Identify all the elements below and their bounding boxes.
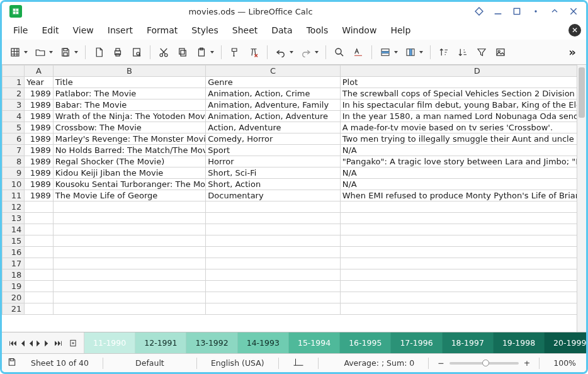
cell[interactable]: Comedy, Horror [206, 133, 340, 145]
cell[interactable]: Short, Sci-Fi [206, 167, 340, 179]
sheet-tab[interactable]: 14-1993 [238, 332, 289, 353]
sheet-tab[interactable]: 16-1995 [340, 332, 391, 353]
print-button[interactable] [110, 43, 126, 61]
cell[interactable]: 1989 [25, 190, 54, 201]
menu-insert[interactable]: Insert [101, 23, 139, 38]
cell[interactable]: 1989 [25, 133, 54, 145]
cell[interactable]: When EMI refused to produce Monty Python… [340, 190, 577, 201]
cell[interactable]: 1989 [25, 122, 54, 133]
row-button[interactable] [377, 43, 400, 61]
row-header[interactable]: 14 [3, 224, 25, 235]
cell[interactable] [25, 213, 54, 224]
sheet-tab[interactable]: 19-1998 [494, 332, 545, 353]
row-header[interactable]: 18 [3, 269, 25, 281]
cell[interactable] [25, 235, 54, 247]
scrollbar-thumb[interactable] [579, 67, 585, 118]
sort-desc-button[interactable] [455, 43, 471, 61]
status-language[interactable]: English (USA) [206, 358, 269, 368]
row-header[interactable]: 20 [3, 292, 25, 303]
row-header[interactable]: 5 [3, 122, 25, 133]
cell[interactable]: N/A [340, 167, 577, 179]
cell[interactable]: Kidou Keiji Jiban the Movie [53, 167, 205, 179]
image-button[interactable] [492, 43, 509, 61]
tab-next-icon[interactable]: ⏵⏵ [37, 338, 48, 348]
column-header[interactable]: A [25, 65, 54, 77]
cell[interactable] [206, 303, 340, 315]
cell[interactable]: Wrath of the Ninja: The Yotoden Movie [53, 111, 205, 122]
sheet-tab[interactable]: 11-1990 [84, 332, 135, 353]
tab-prev-icon[interactable]: ⏴⏴ [22, 338, 33, 348]
menu-data[interactable]: Data [265, 23, 298, 38]
clear-formatting-button[interactable] [246, 43, 262, 61]
cell[interactable] [53, 201, 205, 213]
undo-button[interactable] [273, 43, 295, 61]
cell[interactable]: 1989 [25, 156, 54, 167]
cell[interactable] [340, 247, 577, 258]
cell[interactable] [25, 224, 54, 235]
paste-button[interactable] [193, 43, 216, 61]
column-header[interactable]: D [340, 65, 577, 77]
cell[interactable]: Marley's Revenge: The Monster Movie [53, 133, 205, 145]
cell[interactable]: Year [25, 77, 54, 88]
cell[interactable] [340, 269, 577, 281]
cell[interactable]: Babar: The Movie [53, 99, 205, 111]
cell[interactable] [340, 303, 577, 315]
row-header[interactable]: 13 [3, 213, 25, 224]
cell[interactable]: N/A [340, 179, 577, 190]
tab-last-icon[interactable]: ⏭ [52, 338, 64, 348]
cell[interactable] [340, 201, 577, 213]
menu-sheet[interactable]: Sheet [226, 23, 264, 38]
row-header[interactable]: 17 [3, 258, 25, 269]
row-header[interactable]: 11 [3, 190, 25, 201]
save-indicator-icon[interactable] [7, 357, 17, 369]
menu-styles[interactable]: Styles [185, 23, 224, 38]
cell[interactable]: Crossbow: The Movie [53, 122, 205, 133]
sort-asc-button[interactable] [436, 43, 452, 61]
redo-button[interactable] [298, 43, 320, 61]
cell[interactable] [53, 235, 205, 247]
row-header[interactable]: 16 [3, 247, 25, 258]
cell[interactable]: 1989 [25, 179, 54, 190]
sheet-tab[interactable]: 12-1991 [135, 332, 186, 353]
cell[interactable]: Animation, Action, Adventure [206, 111, 340, 122]
cell[interactable]: N/A [340, 145, 577, 156]
cell[interactable]: "Pangako": A tragic love story between L… [340, 156, 577, 167]
menu-window[interactable]: Window [336, 23, 383, 38]
cell[interactable] [206, 269, 340, 281]
cell[interactable] [53, 224, 205, 235]
cell[interactable] [206, 292, 340, 303]
window-minimize-icon[interactable] [493, 6, 503, 16]
cell[interactable]: Animation, Adventure, Family [206, 99, 340, 111]
menu-format[interactable]: Format [140, 23, 184, 38]
row-header[interactable]: 4 [3, 111, 25, 122]
open-button[interactable] [32, 43, 55, 61]
cell[interactable]: Title [53, 77, 205, 88]
clone-formatting-button[interactable] [227, 43, 243, 61]
copy-button[interactable] [174, 43, 191, 61]
column-button[interactable] [402, 43, 425, 61]
row-header[interactable]: 7 [3, 145, 25, 156]
cell[interactable] [53, 258, 205, 269]
cell[interactable] [206, 281, 340, 292]
row-header[interactable]: 9 [3, 167, 25, 179]
select-all-corner[interactable] [3, 65, 25, 77]
cell[interactable] [340, 235, 577, 247]
cell[interactable]: 1989 [25, 111, 54, 122]
cell[interactable]: 1989 [25, 88, 54, 99]
row-header[interactable]: 10 [3, 179, 25, 190]
cell[interactable]: Action, Adventure [206, 122, 340, 133]
row-header[interactable]: 6 [3, 133, 25, 145]
cell[interactable]: Sport [206, 145, 340, 156]
row-header[interactable]: 15 [3, 235, 25, 247]
cell[interactable] [206, 213, 340, 224]
cell[interactable]: Kousoku Sentai Turboranger: The Movie [53, 179, 205, 190]
cell[interactable] [25, 247, 54, 258]
cell[interactable] [206, 235, 340, 247]
zoom-in-button[interactable]: + [524, 358, 530, 368]
zoom-slider[interactable] [449, 362, 519, 365]
cell[interactable] [53, 213, 205, 224]
row-header[interactable]: 2 [3, 88, 25, 99]
menu-tools[interactable]: Tools [300, 23, 335, 38]
cell[interactable]: Plot [340, 77, 577, 88]
cell[interactable] [25, 201, 54, 213]
